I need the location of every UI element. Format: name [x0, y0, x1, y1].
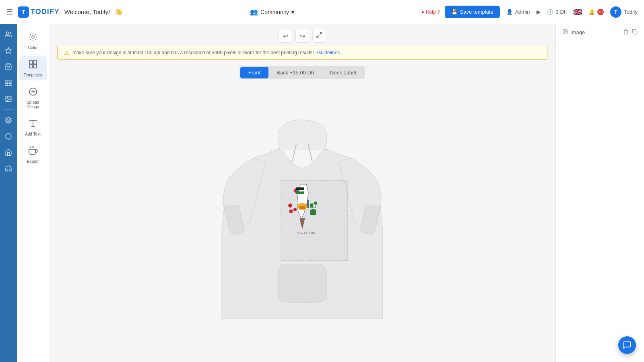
- sidebar-item-box[interactable]: [1, 129, 16, 144]
- svg-line-24: [317, 35, 319, 37]
- text-icon: [28, 119, 38, 130]
- export-label: Export: [27, 159, 39, 164]
- templates-icon: [28, 60, 38, 71]
- bell-icon: 🔔: [588, 9, 595, 15]
- community-button[interactable]: 👥 Community ▾: [250, 8, 294, 16]
- svg-rect-14: [33, 65, 37, 68]
- svg-rect-12: [33, 61, 37, 64]
- save-icon: 💾: [451, 9, 458, 15]
- admin-icon: 👤: [506, 9, 513, 15]
- sidebar-item-people[interactable]: [1, 27, 16, 42]
- community-icon: 👥: [250, 8, 258, 16]
- svg-rect-4: [9, 80, 11, 82]
- svg-line-23: [320, 33, 322, 35]
- navbar-center: 👥 Community ▾: [129, 8, 415, 16]
- delete-layer-button[interactable]: [623, 29, 629, 36]
- svg-rect-6: [6, 84, 8, 86]
- right-panel-title-text: Image: [570, 29, 585, 35]
- navbar-right-area: ● Help ? 💾 Save template: [421, 6, 500, 18]
- sidebar-item-store[interactable]: [1, 145, 16, 160]
- flag-nav-item[interactable]: 🇬🇧: [573, 8, 582, 16]
- svg-rect-27: [281, 180, 348, 261]
- tab-front[interactable]: Front: [240, 67, 268, 78]
- help-circle-icon: ●: [421, 9, 424, 15]
- svg-point-8: [7, 97, 8, 98]
- flag-icon: 🇬🇧: [573, 8, 582, 16]
- warning-icon: ⚠: [64, 49, 69, 56]
- sidebar-item-layers[interactable]: [1, 113, 16, 128]
- user-nav-item[interactable]: T Todify: [610, 6, 638, 18]
- color-icon: [28, 32, 38, 44]
- admin-label: Admin: [515, 9, 530, 15]
- svg-rect-30: [296, 191, 304, 194]
- fullscreen-icon: [316, 32, 322, 40]
- help-label: Help ?: [426, 9, 440, 15]
- svg-point-37: [293, 208, 297, 211]
- upload-label: Upload Design: [21, 100, 45, 109]
- tool-templates[interactable]: Templates: [19, 56, 47, 80]
- svg-rect-39: [310, 204, 313, 208]
- view-tabs: Front Back +15.00 Dh Neck Label: [239, 66, 365, 79]
- logo-icon: T: [18, 6, 29, 18]
- svg-point-0: [6, 32, 9, 34]
- tab-neck-label[interactable]: Neck Label: [322, 67, 364, 78]
- video-nav-item[interactable]: ▶: [537, 9, 541, 15]
- svg-point-10: [32, 36, 34, 38]
- timer-nav-item[interactable]: 🕐 3 Dh: [547, 9, 567, 15]
- tool-color[interactable]: Color: [19, 29, 47, 53]
- undo-button[interactable]: ↩: [279, 29, 292, 43]
- svg-rect-35: [307, 200, 309, 202]
- toolbar-top: ↩ ↪: [279, 24, 326, 43]
- wave-icon: 👋: [115, 8, 123, 16]
- tool-upload[interactable]: Upload Design: [19, 84, 47, 112]
- right-panel-actions: [623, 29, 638, 36]
- navbar-right: 👤 Admin ▶ 🕐 3 Dh 🇬🇧 🔔 40 T Todify: [506, 6, 638, 18]
- hamburger-icon[interactable]: ☰: [6, 8, 13, 16]
- hoodie-image: PALE/TIME: [218, 110, 387, 335]
- right-panel-title: Image: [562, 29, 585, 36]
- sidebar-item-building[interactable]: [1, 76, 16, 90]
- svg-rect-38: [289, 210, 293, 213]
- svg-rect-13: [29, 65, 33, 68]
- sidebar-divider: [3, 109, 14, 110]
- right-panel: Image: [555, 24, 644, 362]
- redo-button[interactable]: ↪: [295, 29, 309, 43]
- templates-label: Templates: [24, 73, 42, 77]
- tool-panel: Color Templates Upload Design Add Text E…: [17, 24, 49, 362]
- fullscreen-button[interactable]: [312, 29, 326, 43]
- svg-rect-34: [307, 202, 309, 208]
- svg-rect-33: [299, 206, 305, 210]
- hoodie-canvas: PALE/TIME: [218, 82, 387, 362]
- color-label: Color: [28, 45, 38, 50]
- clock-icon: 🕐: [547, 9, 553, 15]
- save-template-label: Save template: [460, 9, 493, 15]
- sidebar-item-image[interactable]: [1, 92, 16, 106]
- undo-icon: ↩: [283, 32, 288, 40]
- save-template-button[interactable]: 💾 Save template: [445, 6, 500, 18]
- help-button[interactable]: ● Help ?: [421, 9, 440, 15]
- sidebar-item-bag[interactable]: [1, 60, 16, 74]
- notification-nav-item[interactable]: 🔔 40: [588, 9, 604, 15]
- main-layout: Color Templates Upload Design Add Text E…: [0, 24, 644, 362]
- tool-export[interactable]: Export: [19, 143, 47, 167]
- text-label: Add Text: [25, 132, 41, 136]
- svg-rect-42: [310, 210, 316, 215]
- guidelines-link[interactable]: Guidelines: [317, 50, 340, 56]
- logo-text: TODIFY: [31, 8, 60, 16]
- tool-text[interactable]: Add Text: [19, 115, 47, 140]
- svg-rect-29: [296, 187, 304, 190]
- copy-layer-button[interactable]: [632, 29, 638, 36]
- user-label: Todify: [624, 9, 638, 15]
- svg-rect-3: [6, 80, 8, 82]
- navbar: ☰ T TODIFY Welcome, Todify! 👋 👥 Communit…: [0, 0, 644, 24]
- svg-rect-11: [29, 61, 33, 64]
- community-label: Community: [260, 9, 289, 15]
- timer-label: 3 Dh: [556, 9, 567, 15]
- tab-back[interactable]: Back +15.00 Dh: [268, 67, 322, 78]
- user-avatar: T: [610, 6, 621, 18]
- chat-bubble[interactable]: [618, 336, 636, 354]
- chevron-down-icon: ▾: [291, 9, 294, 15]
- sidebar-item-headset[interactable]: [1, 161, 16, 176]
- sidebar-item-star[interactable]: [1, 43, 16, 58]
- admin-nav-item[interactable]: 👤 Admin: [506, 9, 530, 15]
